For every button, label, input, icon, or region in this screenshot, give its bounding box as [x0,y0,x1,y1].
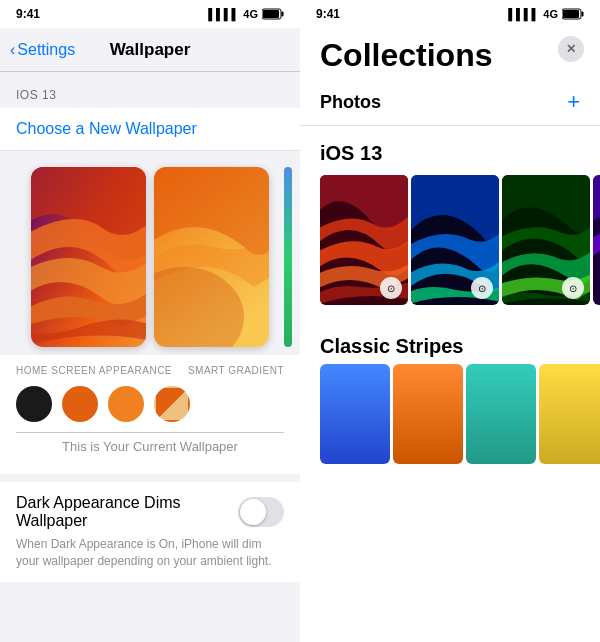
ios13-wallpaper-4-peek [593,175,600,305]
right-network-label: 4G [543,8,558,20]
left-battery-icon [262,8,284,20]
appearance-labels-row: HOME SCREEN APPEARANCE SMART GRADIENT [16,365,284,376]
photos-row[interactable]: Photos + [300,73,600,126]
ios13-section-title: iOS 13 [300,142,600,175]
page-title: Wallpaper [110,40,191,60]
ios13-thumbnails: ⊙ ⊙ [300,175,600,305]
ios13-thumb-1[interactable]: ⊙ [320,175,408,305]
classic-stripes-title: Classic Stripes [300,321,600,364]
left-panel: 9:41 ▌▌▌▌ 4G ‹ Settings Wallpaper iOS 13… [0,0,300,642]
stripe-thumb-blue[interactable] [320,364,390,464]
collections-title: Collections [320,38,492,73]
dark-appearance-toggle[interactable] [238,497,284,527]
toggle-description: When Dark Appearance is On, iPhone will … [16,536,284,570]
right-battery-icon [562,8,584,20]
swatch-dark[interactable] [16,386,52,422]
home-screen-thumb[interactable] [154,167,269,347]
left-time: 9:41 [16,7,40,21]
close-button[interactable]: ✕ [558,36,584,62]
svg-rect-8 [563,10,579,18]
choose-wallpaper-link[interactable]: Choose a New Wallpaper [0,108,300,151]
left-signal-icon: ▌▌▌▌ [208,8,239,20]
ios13-thumb-2[interactable]: ⊙ [411,175,499,305]
section-label: iOS 13 [0,72,300,108]
side-peek-preview [284,167,292,347]
current-wallpaper-text: This is Your Current Wallpaper [16,433,284,464]
svg-rect-2 [263,10,279,18]
svg-rect-7 [582,12,584,17]
swatch-gradient[interactable] [154,386,190,422]
lock-screen-thumb[interactable] [31,167,146,347]
right-time: 9:41 [316,7,340,21]
toggle-knob [240,499,266,525]
ios13-section: iOS 13 ⊙ [300,126,600,305]
home-screen-wallpaper [154,167,269,347]
color-swatches [16,386,284,422]
appearance-section: HOME SCREEN APPEARANCE SMART GRADIENT Th… [0,355,300,474]
toggle-header: Dark Appearance Dims Wallpaper [16,494,284,530]
back-label: Settings [17,41,75,59]
dark-appearance-toggle-row: Dark Appearance Dims Wallpaper When Dark… [0,482,300,582]
svg-rect-1 [282,12,284,17]
section-divider [0,474,300,482]
swatch-orange[interactable] [62,386,98,422]
wallpaper-preview-area [0,151,300,355]
ios13-thumb-3[interactable]: ⊙ [502,175,590,305]
right-status-bar: 9:41 ▌▌▌▌ 4G [300,0,600,28]
plus-button[interactable]: + [567,89,580,115]
left-network-label: 4G [243,8,258,20]
right-signal-icon: ▌▌▌▌ [508,8,539,20]
stripe-thumb-teal[interactable] [466,364,536,464]
smart-gradient-label: SMART GRADIENT [188,365,284,376]
right-status-icons: ▌▌▌▌ 4G [508,8,584,20]
back-button[interactable]: ‹ Settings [10,41,75,59]
collections-header: Collections ✕ [300,28,600,73]
stripe-thumb-orange[interactable] [393,364,463,464]
right-panel: 9:41 ▌▌▌▌ 4G Collections ✕ Photos + iOS … [300,0,600,642]
chevron-left-icon: ‹ [10,41,15,59]
classic-stripes-section: Classic Stripes [300,305,600,464]
photos-label: Photos [320,92,381,113]
stripe-thumb-yellow[interactable] [539,364,600,464]
toggle-label: Dark Appearance Dims Wallpaper [16,494,238,530]
ios13-thumb-4[interactable] [593,175,600,305]
home-screen-label: HOME SCREEN APPEARANCE [16,365,172,376]
stripes-thumbnails [300,364,600,464]
close-icon: ✕ [566,42,576,56]
left-nav-bar: ‹ Settings Wallpaper [0,28,300,72]
left-status-bar: 9:41 ▌▌▌▌ 4G [0,0,300,28]
swatch-light-orange[interactable] [108,386,144,422]
left-status-icons: ▌▌▌▌ 4G [208,8,284,20]
lock-screen-wallpaper [31,167,146,347]
collections-scroll[interactable]: iOS 13 ⊙ [300,126,600,642]
